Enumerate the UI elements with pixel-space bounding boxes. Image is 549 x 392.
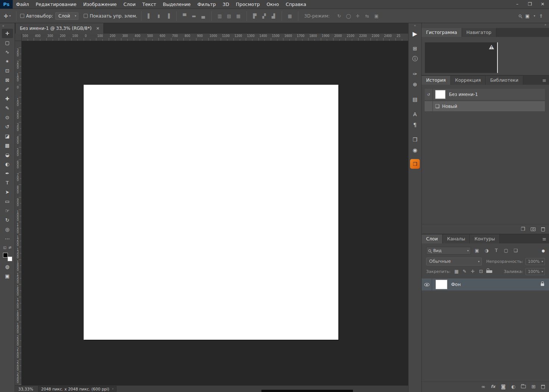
filter-type-layers-icon[interactable]: T xyxy=(493,248,500,253)
gradient-tool[interactable]: ▩ xyxy=(2,141,13,150)
quick-mask-mode-button[interactable]: ◍ xyxy=(2,262,13,271)
clone-source-panel-icon[interactable]: ⊛ xyxy=(409,79,421,90)
slide-3d-camera-icon[interactable]: ⇆ xyxy=(363,13,372,19)
distribute-horizontal-center-icon[interactable]: ▤ xyxy=(225,13,233,19)
vertical-ruler[interactable]: 3002001000100200300400500600700800900100… xyxy=(15,41,22,385)
filter-pixel-layers-icon[interactable]: ▣ xyxy=(473,248,481,253)
history-panel-menu-icon[interactable]: ≡ xyxy=(539,76,549,85)
lock-pixels-icon[interactable]: ✎ xyxy=(462,269,468,274)
menubar-item[interactable]: Справка xyxy=(282,0,310,9)
lock-transparency-icon[interactable]: ▦ xyxy=(453,269,459,274)
lock-all-icon[interactable] xyxy=(486,270,492,273)
tab-close-icon[interactable]: ✕ xyxy=(96,26,99,31)
hand-tool[interactable]: ☞ xyxy=(2,206,13,215)
character-panel-icon[interactable]: A xyxy=(409,109,421,119)
filter-smart-objects-icon[interactable]: ❏ xyxy=(512,248,519,253)
path-selection-tool[interactable]: ➤ xyxy=(2,187,13,197)
align-horizontal-center-icon[interactable]: ▮ xyxy=(155,13,163,19)
frame-tool[interactable]: ⊠ xyxy=(2,75,13,85)
dodge-tool[interactable]: ◐ xyxy=(2,159,13,169)
layer-thumbnail[interactable] xyxy=(435,280,447,289)
eye-icon[interactable] xyxy=(424,283,429,286)
status-chevron-icon[interactable]: › xyxy=(112,387,114,391)
move-tool[interactable]: ✛ xyxy=(2,29,13,38)
new-layer-icon[interactable]: ⊞ xyxy=(531,384,536,389)
tab-коррекция[interactable]: Коррекция xyxy=(451,76,486,85)
lock-position-icon[interactable]: ✛ xyxy=(470,269,476,274)
roll-3d-camera-icon[interactable]: ◯ xyxy=(344,13,353,19)
tab-контуры[interactable]: Контуры xyxy=(470,234,500,243)
align-left-icon[interactable]: ▌ xyxy=(145,13,154,19)
orbit-3d-camera-icon[interactable]: ↻ xyxy=(335,13,344,19)
zoom-tool[interactable]: ◎ xyxy=(2,225,13,234)
filter-adjustment-layers-icon[interactable]: ◑ xyxy=(483,248,490,253)
3d-orange-badge-icon[interactable]: ❒ xyxy=(410,159,420,169)
edit-toolbar-button[interactable]: ⋯ xyxy=(2,234,13,243)
spot-healing-brush-tool[interactable]: ✚ xyxy=(2,94,13,103)
link-layers-icon[interactable]: ∞ xyxy=(481,384,485,389)
new-document-from-state-icon[interactable]: ❐ xyxy=(521,226,525,232)
3d-panel-icon[interactable]: ❒ xyxy=(409,134,421,145)
menubar-item[interactable]: 3D xyxy=(219,0,233,9)
layer-comps-panel-icon[interactable]: ▤ xyxy=(409,94,421,105)
minimize-button[interactable]: – xyxy=(511,0,524,9)
default-colors-icon[interactable]: ◱ xyxy=(3,246,6,249)
close-button[interactable]: ✕ xyxy=(536,0,549,9)
menubar-item[interactable]: Просмотр xyxy=(233,0,263,9)
tab-каналы[interactable]: Каналы xyxy=(443,234,470,243)
menubar-item[interactable]: Окно xyxy=(263,0,282,9)
paragraph-panel-icon[interactable]: ¶ xyxy=(409,119,421,130)
delete-state-icon[interactable] xyxy=(541,227,545,231)
search-icon[interactable] xyxy=(519,15,521,17)
new-group-icon[interactable] xyxy=(521,385,526,388)
history-brush-source-well[interactable]: ↺ xyxy=(425,89,433,100)
distribute-top-icon[interactable]: ▛ xyxy=(251,13,259,19)
tab-история[interactable]: История xyxy=(422,76,451,85)
crop-tool[interactable]: ⊡ xyxy=(2,66,13,75)
zoom-level-field[interactable]: 33,33% xyxy=(15,387,37,391)
tab-библиотеки[interactable]: Библиотеки xyxy=(486,76,523,85)
move-3d-camera-icon[interactable]: ▣ xyxy=(372,13,381,19)
menubar-item[interactable]: Изображение xyxy=(80,0,120,9)
layer-row[interactable]: Фон xyxy=(422,279,549,290)
toolbar-expand-icon[interactable]: » xyxy=(0,23,15,29)
rectangle-tool[interactable]: ▭ xyxy=(2,197,13,206)
ruler-corner[interactable] xyxy=(15,34,22,41)
actions-play-icon[interactable]: ▶ xyxy=(409,28,421,39)
layer-effects-icon[interactable]: fx xyxy=(491,384,495,389)
history-state-row[interactable]: ❏Новый xyxy=(425,101,545,111)
align-middle-icon[interactable]: ▬ xyxy=(190,13,198,19)
tab-навигатор[interactable]: Навигатор xyxy=(462,28,496,37)
materials-panel-icon[interactable]: ◉ xyxy=(409,145,421,155)
active-tool-indicator[interactable]: ✛▾ xyxy=(2,13,12,19)
swap-colors-icon[interactable]: ⇄ xyxy=(9,246,12,249)
align-top-icon[interactable]: ▀ xyxy=(180,13,189,19)
screen-mode-button[interactable]: ▣ xyxy=(2,271,13,281)
autoselect-checkbox[interactable] xyxy=(20,14,24,18)
menubar-item[interactable]: Фильтр xyxy=(194,0,219,9)
lock-artboard-icon[interactable]: ⊡ xyxy=(478,269,484,274)
new-adjustment-layer-icon[interactable]: ◐ xyxy=(511,384,515,389)
lasso-tool[interactable]: ∿ xyxy=(2,47,13,57)
tab-гистограмма[interactable]: Гистограмма xyxy=(422,28,462,37)
brush-tool[interactable]: ✎ xyxy=(2,103,13,113)
background-color-swatch[interactable] xyxy=(7,256,12,261)
rotate-view-tool[interactable]: ↻ xyxy=(2,215,13,225)
workspace-caret-icon[interactable]: ▾ xyxy=(534,14,535,18)
menubar-item[interactable]: Слои xyxy=(120,0,139,9)
restore-button[interactable]: ❐ xyxy=(524,0,536,9)
pen-tool[interactable]: ✒ xyxy=(2,169,13,178)
document-canvas[interactable] xyxy=(84,85,338,340)
blur-tool[interactable]: ◒ xyxy=(2,150,13,159)
distribute-spacing-icon[interactable]: ▩ xyxy=(286,13,294,19)
menubar-item[interactable]: Выделение xyxy=(159,0,194,9)
eyedropper-tool[interactable]: ✐ xyxy=(2,85,13,94)
tab-слои[interactable]: Слои xyxy=(422,234,443,243)
menubar-item[interactable]: Редактирование xyxy=(32,0,80,9)
artboard-panel-icon[interactable]: ⊞ xyxy=(409,43,421,54)
autoselect-target-dropdown[interactable]: Слой▾ xyxy=(55,12,78,20)
blend-mode-dropdown[interactable]: Обычные▾ xyxy=(426,258,482,265)
layer-filter-type-dropdown[interactable]: Вид▾ xyxy=(426,247,471,255)
history-brush-source-well[interactable] xyxy=(425,101,433,111)
menubar-item[interactable]: Файл xyxy=(13,0,32,9)
